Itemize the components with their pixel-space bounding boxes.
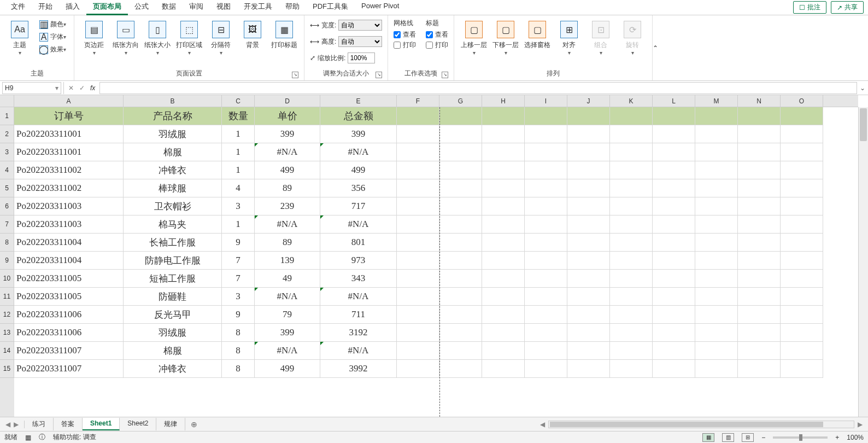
cell[interactable] bbox=[738, 252, 781, 270]
cell[interactable]: 数量 bbox=[222, 107, 255, 125]
spreadsheet-grid[interactable]: ABCDEFGHIJKLMNO 123456789101112131415 订单… bbox=[0, 95, 868, 417]
cell[interactable] bbox=[439, 234, 482, 252]
menu-文件[interactable]: 文件 bbox=[4, 0, 32, 15]
colors-button[interactable]: ▥颜色 bbox=[37, 19, 68, 30]
cell[interactable] bbox=[653, 234, 695, 252]
cell[interactable] bbox=[439, 125, 482, 143]
cell[interactable] bbox=[397, 125, 439, 143]
gridlines-print-check[interactable] bbox=[394, 42, 401, 49]
size-button[interactable]: ▯纸张大小 bbox=[143, 19, 172, 56]
cell[interactable] bbox=[439, 288, 482, 306]
cell[interactable] bbox=[738, 324, 781, 342]
cell[interactable] bbox=[482, 234, 525, 252]
cell[interactable] bbox=[653, 143, 695, 161]
cell[interactable]: 399 bbox=[320, 125, 397, 143]
cell[interactable] bbox=[439, 342, 482, 360]
cell[interactable] bbox=[653, 161, 695, 179]
cell[interactable] bbox=[781, 143, 823, 161]
cell[interactable] bbox=[781, 215, 823, 234]
cell[interactable]: 羽绒服 bbox=[124, 324, 222, 342]
cell[interactable]: 9 bbox=[222, 234, 255, 252]
select-all-triangle[interactable] bbox=[0, 95, 14, 107]
cell[interactable] bbox=[695, 270, 738, 288]
cell[interactable]: 343 bbox=[320, 270, 397, 288]
width-select[interactable]: 自动 bbox=[338, 20, 382, 31]
cell[interactable]: 1 bbox=[222, 143, 255, 161]
cell[interactable] bbox=[567, 360, 610, 378]
cell[interactable] bbox=[738, 342, 781, 360]
breaks-button[interactable]: ⊟分隔符 bbox=[207, 19, 235, 56]
horizontal-scrollbar[interactable] bbox=[548, 421, 854, 428]
cell[interactable]: 499 bbox=[255, 360, 320, 378]
cell[interactable] bbox=[610, 161, 653, 179]
cell[interactable]: 4 bbox=[222, 179, 255, 197]
cell[interactable] bbox=[525, 252, 567, 270]
cell[interactable] bbox=[653, 360, 695, 378]
row-header-1[interactable]: 1 bbox=[0, 107, 14, 125]
cell[interactable]: 356 bbox=[320, 179, 397, 197]
col-header-N[interactable]: N bbox=[738, 95, 781, 107]
cell[interactable] bbox=[653, 215, 695, 234]
cell[interactable]: 399 bbox=[255, 324, 320, 342]
cell[interactable]: 717 bbox=[320, 197, 397, 215]
cell[interactable] bbox=[653, 179, 695, 197]
fx-icon[interactable]: fx bbox=[90, 84, 95, 92]
cell[interactable] bbox=[610, 215, 653, 234]
name-box[interactable]: H9▾ bbox=[2, 82, 61, 94]
headings-print-check[interactable] bbox=[426, 42, 433, 49]
sheet-tab-练习[interactable]: 练习 bbox=[25, 418, 54, 430]
cell[interactable]: Po202203311007 bbox=[14, 360, 124, 378]
menu-PDF工具集[interactable]: PDF工具集 bbox=[306, 0, 355, 15]
effects-button[interactable]: ◯效果 bbox=[37, 44, 68, 55]
cell[interactable] bbox=[439, 306, 482, 324]
sheet-tab-Sheet1[interactable]: Sheet1 bbox=[83, 418, 120, 430]
cell[interactable]: Po202203311005 bbox=[14, 270, 124, 288]
cell[interactable] bbox=[781, 324, 823, 342]
margins-button[interactable]: ▤页边距 bbox=[80, 19, 108, 56]
row-header-11[interactable]: 11 bbox=[0, 288, 14, 306]
sheet-tab-规律[interactable]: 规律 bbox=[156, 418, 185, 430]
cell[interactable] bbox=[653, 288, 695, 306]
cell[interactable] bbox=[397, 179, 439, 197]
cell[interactable] bbox=[738, 197, 781, 215]
menu-帮助[interactable]: 帮助 bbox=[279, 0, 306, 15]
zoom-in-button[interactable]: + bbox=[835, 434, 839, 441]
cell[interactable]: 973 bbox=[320, 252, 397, 270]
cell[interactable] bbox=[653, 107, 695, 125]
col-header-B[interactable]: B bbox=[124, 95, 222, 107]
cell[interactable] bbox=[738, 270, 781, 288]
cell[interactable] bbox=[567, 252, 610, 270]
cell[interactable]: Po202203311006 bbox=[14, 306, 124, 324]
menu-页面布局[interactable]: 页面布局 bbox=[86, 0, 128, 15]
bring-forward-button[interactable]: ▢上移一层 bbox=[460, 19, 488, 56]
formula-expand-button[interactable]: ⌄ bbox=[857, 84, 868, 92]
menu-开始[interactable]: 开始 bbox=[32, 0, 59, 15]
add-sheet-button[interactable]: ⊕ bbox=[185, 420, 203, 429]
cell[interactable] bbox=[525, 306, 567, 324]
comments-button[interactable]: ☐批注 bbox=[793, 1, 826, 14]
cell[interactable] bbox=[567, 197, 610, 215]
row-header-4[interactable]: 4 bbox=[0, 161, 14, 179]
selection-pane-button[interactable]: ▢选择窗格 bbox=[523, 19, 552, 50]
cell[interactable] bbox=[525, 197, 567, 215]
cell[interactable] bbox=[610, 107, 653, 125]
cell[interactable]: 防静电工作服 bbox=[124, 252, 222, 270]
cell[interactable] bbox=[397, 234, 439, 252]
cell[interactable]: 3992 bbox=[320, 360, 397, 378]
col-header-H[interactable]: H bbox=[482, 95, 525, 107]
cell[interactable]: #N/A bbox=[255, 288, 320, 306]
cell[interactable]: 棉服 bbox=[124, 342, 222, 360]
cell[interactable] bbox=[610, 252, 653, 270]
cell[interactable]: 499 bbox=[320, 161, 397, 179]
cell[interactable] bbox=[397, 342, 439, 360]
cell[interactable] bbox=[439, 179, 482, 197]
ribbon-collapse-button[interactable]: ⌃ bbox=[653, 15, 664, 80]
menu-视图[interactable]: 视图 bbox=[210, 0, 237, 15]
background-button[interactable]: 🖼背景 bbox=[238, 19, 267, 50]
cell[interactable] bbox=[525, 215, 567, 234]
cell[interactable] bbox=[695, 306, 738, 324]
cell[interactable] bbox=[439, 197, 482, 215]
cell[interactable] bbox=[610, 306, 653, 324]
cell[interactable] bbox=[610, 234, 653, 252]
cell[interactable] bbox=[439, 360, 482, 378]
